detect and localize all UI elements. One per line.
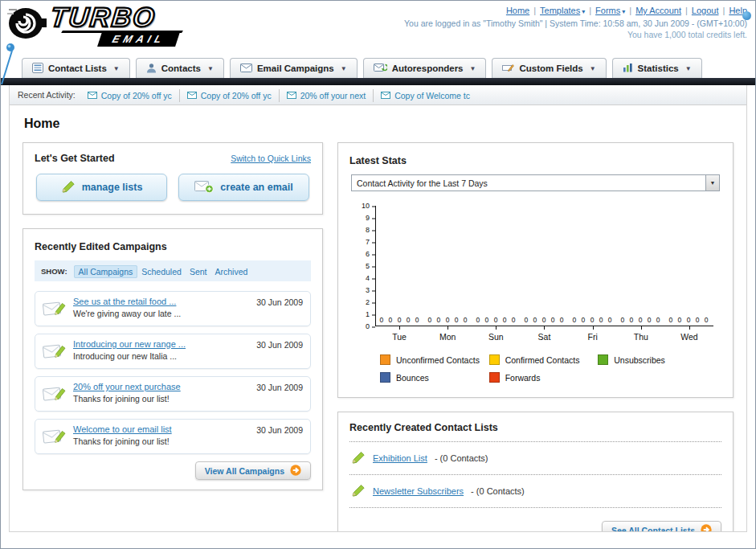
y-axis-label: 4 bbox=[366, 275, 370, 282]
recent-activity-item[interactable]: Copy of 20% off yc bbox=[80, 89, 179, 102]
chart-x-axis: TueMonSunSatFriThuWed bbox=[375, 326, 713, 342]
campaign-list-item[interactable]: See us at the retail food ...We're givin… bbox=[35, 291, 311, 326]
get-started-buttons: manage listscreate an email bbox=[35, 174, 311, 204]
legend-swatch bbox=[489, 372, 500, 383]
campaigns-list: See us at the retail food ...We're givin… bbox=[35, 291, 311, 454]
chevron-down-icon: ▼ bbox=[341, 65, 347, 72]
right-column: Latest Stats Contact Activity for the La… bbox=[337, 142, 734, 532]
campaign-subtitle: Thanks for joining our list! bbox=[73, 436, 250, 446]
chart-legend: Unconfirmed ContactsConfirmed ContactsUn… bbox=[380, 354, 710, 383]
link-separator: | bbox=[589, 6, 591, 15]
campaigns-tab-all-campaigns[interactable]: All Campaigns bbox=[74, 265, 138, 278]
legend-swatch bbox=[380, 372, 390, 383]
see-all-contact-lists-button[interactable]: See All Contact Lists bbox=[602, 521, 721, 532]
manage-lists-button[interactable]: manage lists bbox=[36, 174, 167, 201]
envelope-pencil-icon bbox=[43, 340, 67, 363]
campaign-title-link[interactable]: Introducing our new range ... bbox=[73, 339, 250, 349]
contact-list-link[interactable]: Newsletter Subscribers bbox=[373, 486, 464, 496]
y-axis-label: 6 bbox=[366, 251, 370, 258]
campaign-subtitle: Thanks for joining our list! bbox=[73, 394, 250, 404]
header: TURBO EMAIL Home|Templates▾|Forms▾|My Ac… bbox=[1, 1, 755, 54]
campaign-list-item[interactable]: Welcome to our email listThanks for join… bbox=[35, 419, 311, 454]
main-content-wrapper: Recent Activity: Copy of 20% off ycCopy … bbox=[9, 85, 747, 532]
contacts-icon bbox=[146, 63, 157, 75]
nav-tab-statistics[interactable]: Statistics▼ bbox=[612, 58, 702, 78]
nav-tab-contacts[interactable]: Contacts▼ bbox=[136, 58, 224, 78]
chart-zero-values: 0 0 0 0 0 bbox=[617, 316, 665, 324]
contact-lists: Exhibition List- (0 Contacts)Newsletter … bbox=[349, 442, 721, 508]
header-link-templates[interactable]: Templates▾ bbox=[540, 6, 585, 15]
header-link-forms[interactable]: Forms▾ bbox=[595, 6, 625, 15]
y-axis-label: 0 bbox=[366, 323, 370, 330]
nav-tab-label: Autoresponders bbox=[392, 64, 464, 73]
help-indicator-dot bbox=[742, 11, 751, 20]
campaign-date: 30 Jun 2009 bbox=[256, 339, 303, 350]
envelope-icon bbox=[187, 91, 197, 100]
nav-tab-label: Contact Lists bbox=[48, 64, 107, 73]
nav-tab-contact-lists[interactable]: Contact Lists▼ bbox=[22, 58, 130, 78]
legend-swatch bbox=[380, 354, 390, 365]
stats-period-value: Contact Activity for the Last 7 Days bbox=[357, 178, 488, 188]
recent-activity-item[interactable]: 20% off your next bbox=[279, 89, 374, 102]
button-label: manage lists bbox=[82, 182, 143, 193]
header-link-logout[interactable]: Logout bbox=[692, 6, 719, 15]
header-link-home[interactable]: Home bbox=[506, 6, 529, 15]
recent-activity-item-label: Copy of 20% off yc bbox=[201, 91, 272, 100]
nav-tab-label: Email Campaigns bbox=[257, 64, 334, 73]
switch-to-quick-links-link[interactable]: Switch to Quick Links bbox=[231, 154, 311, 163]
chart-zero-values: 0 0 0 0 0 bbox=[472, 316, 521, 324]
campaign-title-link[interactable]: 20% off your next purchase bbox=[73, 382, 250, 391]
y-axis-label: 3 bbox=[366, 287, 370, 294]
arrow-circle-icon bbox=[290, 465, 301, 477]
contact-list-item: Exhibition List- (0 Contacts) bbox=[349, 442, 721, 475]
chart-zero-values: 0 0 0 0 0 bbox=[376, 316, 424, 324]
campaign-title-link[interactable]: Welcome to our email list bbox=[73, 424, 250, 434]
contact-list-count: - (0 Contacts) bbox=[471, 486, 525, 496]
nav-tab-email-campaigns[interactable]: Email Campaigns▼ bbox=[230, 58, 358, 78]
campaigns-tab-archived[interactable]: Archived bbox=[210, 266, 251, 277]
create-an-email-button[interactable]: create an email bbox=[178, 174, 309, 201]
credits-info: You have 1,000 total credits left. bbox=[404, 30, 747, 39]
recent-activity-item[interactable]: Copy of Welcome tc bbox=[373, 89, 477, 102]
chart-bar-group: 0 0 0 0 0 bbox=[569, 206, 617, 326]
contact-list-link[interactable]: Exhibition List bbox=[373, 453, 427, 463]
recent-activity-item[interactable]: Copy of 20% off yc bbox=[179, 89, 279, 102]
chevron-down-icon: ▼ bbox=[207, 65, 214, 72]
campaign-list-item[interactable]: 20% off your next purchaseThanks for joi… bbox=[35, 376, 311, 412]
legend-item-confirmed-contacts: Confirmed Contacts bbox=[489, 354, 599, 365]
app-logo: TURBO EMAIL bbox=[7, 4, 182, 47]
campaigns-tab-sent[interactable]: Sent bbox=[186, 266, 211, 277]
chart-plot-area: 0 0 0 0 00 0 0 0 00 0 0 0 00 0 0 0 00 0 … bbox=[375, 206, 713, 326]
y-axis-label: 5 bbox=[366, 263, 370, 270]
campaigns-filter-tabs: SHOW: All CampaignsScheduledSentArchived bbox=[35, 260, 311, 281]
contact-list-item: Newsletter Subscribers- (0 Contacts) bbox=[349, 475, 721, 508]
view-all-campaigns-button[interactable]: View All Campaigns bbox=[195, 461, 311, 480]
y-axis-label: 1 bbox=[366, 311, 370, 318]
button-label: create an email bbox=[220, 182, 292, 193]
campaign-title-link[interactable]: See us at the retail food ... bbox=[73, 297, 250, 306]
stats-period-dropdown[interactable]: Contact Activity for the Last 7 Days ▼ bbox=[351, 174, 720, 191]
nav-tab-autoresponders[interactable]: Autoresponders▼ bbox=[363, 58, 487, 78]
header-link-my-account[interactable]: My Account bbox=[635, 6, 681, 15]
campaigns-panel-title: Recently Edited Campaigns bbox=[35, 241, 167, 252]
legend-item-unconfirmed-contacts: Unconfirmed Contacts bbox=[380, 354, 489, 365]
legend-swatch bbox=[489, 354, 500, 365]
legend-swatch bbox=[598, 354, 608, 365]
header-links: Home|Templates▾|Forms▾|My Account|Logout… bbox=[404, 6, 747, 15]
logo-swirl-icon bbox=[7, 4, 47, 44]
link-separator: | bbox=[723, 6, 725, 15]
nav-tab-custom-fields[interactable]: Custom Fields▼ bbox=[492, 58, 606, 78]
chart-zero-values: 0 0 0 0 0 bbox=[521, 316, 569, 324]
campaigns-tab-scheduled[interactable]: Scheduled bbox=[137, 266, 186, 277]
latest-stats-panel: Latest Stats Contact Activity for the La… bbox=[337, 142, 734, 398]
recently-edited-campaigns-panel: Recently Edited Campaigns SHOW: All Camp… bbox=[22, 228, 323, 490]
logo-antenna-decoration bbox=[1, 39, 18, 88]
recent-activity-label: Recent Activity: bbox=[18, 90, 76, 100]
chevron-down-icon: ▼ bbox=[705, 175, 719, 191]
envelope-icon bbox=[88, 91, 97, 100]
chart-zero-values: 0 0 0 0 0 bbox=[424, 316, 472, 324]
app-window: TURBO EMAIL Home|Templates▾|Forms▾|My Ac… bbox=[0, 0, 756, 549]
header-right: Home|Templates▾|Forms▾|My Account|Logout… bbox=[404, 6, 747, 39]
envelope-icon bbox=[287, 91, 296, 100]
campaign-list-item[interactable]: Introducing our new range ...Introducing… bbox=[35, 334, 311, 369]
